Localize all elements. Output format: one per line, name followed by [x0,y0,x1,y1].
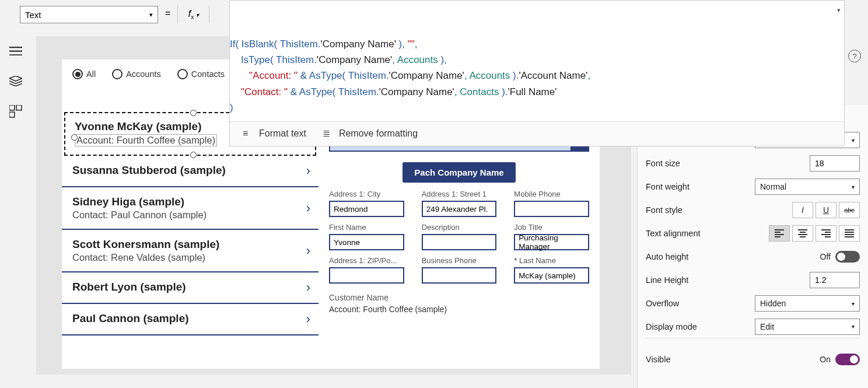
field-jobtitle: Job TitlePurchasing Manager [514,223,589,250]
hamburger-icon[interactable] [9,47,22,56]
svg-rect-0 [9,105,15,110]
left-rail [0,35,32,114]
chevron-down-icon: ▾ [196,12,199,18]
chevron-down-icon: ▾ [852,137,855,144]
field-description: Description [422,223,497,250]
svg-rect-1 [16,105,22,110]
chevron-right-icon[interactable]: › [306,280,310,295]
detail-form: Accounts Contacts Fourth Coffee (sample)… [318,111,600,369]
prop-align: Text alignment [646,222,860,245]
chevron-down-icon[interactable]: ▾ [837,5,841,15]
displaymode-dropdown[interactable]: Edit▾ [755,319,860,335]
grid-icon[interactable] [9,105,22,114]
prop-fontstyle: Font style I U abc [646,198,860,222]
prop-displaymode: Display mode Edit▾ [646,315,860,338]
chevron-right-icon[interactable]: › [306,243,310,258]
align-left-button[interactable] [769,225,790,242]
gallery-item[interactable]: Sidney Higa (sample) Contact: Paul Canno… [62,187,318,230]
property-dropdown-value: Text [25,10,41,20]
formula-text[interactable]: ▾ If( IsBlank( ThisItem.'Company Name' )… [230,1,844,121]
remove-format-icon: ≣ [323,128,333,139]
prop-overflow: Overflow Hidden▾ [646,292,860,315]
gallery-item-subtitle[interactable]: Account: Fourth Coffee (sample) [75,134,217,146]
underline-button[interactable]: U [816,202,836,218]
field-firstname: First NameYvonne [329,223,404,250]
prop-fontsize: Font size [646,152,860,175]
prop-visible: Visible On [646,348,860,371]
italic-button[interactable]: I [792,202,813,218]
align-right-button[interactable] [816,225,836,242]
gallery-item[interactable]: Scott Konersmann (sample) Contact: Rene … [62,230,318,272]
fontweight-dropdown[interactable]: Normal▾ [755,179,860,195]
gallery: Yvonne McKay (sample) Account: Fourth Co… [62,111,318,369]
strike-button[interactable]: abc [839,202,860,218]
field-city: Address 1: CityRedmond [329,190,404,217]
autoheight-toggle[interactable] [835,251,860,263]
format-icon: ≡ [243,128,253,139]
gallery-item[interactable]: Paul Cannon (sample) › [62,304,318,335]
chevron-right-icon[interactable]: › [306,312,310,327]
properties-panel: Text Account: Fourth Coffee (sample) Fon… [637,105,868,388]
remove-formatting-button[interactable]: ≣Remove formatting [323,128,418,139]
field-street: Address 1: Street 1249 Alexander Pl. [422,190,497,217]
field-businessphone: Business Phone [422,256,497,284]
field-lastname: Last NameMcKay (sample) [514,256,589,284]
visible-toggle[interactable] [835,354,860,365]
layers-icon[interactable] [9,76,22,85]
property-dropdown[interactable]: Text ▾ [20,6,158,23]
filter-contacts-radio[interactable]: Contacts [177,69,225,79]
prop-autoheight: Auto height Off [646,245,860,268]
help-icon[interactable]: ? [848,50,861,62]
patch-button[interactable]: Pach Company Name [402,162,515,183]
customer-name-display: Customer Name Account: Fourth Coffee (sa… [329,293,589,314]
chevron-down-icon: ▾ [852,323,855,330]
fontsize-input[interactable] [810,155,860,172]
filter-all-radio[interactable]: All [72,69,96,79]
align-center-button[interactable] [792,225,813,242]
equals-label: = [165,8,170,19]
overflow-dropdown[interactable]: Hidden▾ [755,295,860,312]
chevron-right-icon[interactable]: › [306,201,310,216]
chevron-down-icon: ▾ [149,11,153,19]
chevron-down-icon: ▾ [852,184,855,190]
field-zip: Address 1: ZIP/Po... [329,256,404,284]
gallery-item[interactable]: Susanna Stubberod (sample) › [62,156,318,187]
chevron-down-icon: ▾ [852,300,855,307]
lineheight-input[interactable] [810,272,860,288]
prop-lineheight: Line Height [646,268,860,292]
chevron-right-icon[interactable]: › [306,163,310,179]
formula-bar[interactable]: ▾ If( IsBlank( ThisItem.'Company Name' )… [229,0,845,146]
gallery-item[interactable]: Robert Lyon (sample) › [62,272,318,304]
format-text-button[interactable]: ≡Format text [243,128,306,139]
align-justify-button[interactable] [839,225,860,242]
fx-button[interactable]: fx▾ [177,6,209,23]
field-mobile: Mobile Phone [514,190,589,217]
prop-fontweight: Font weight Normal▾ [646,175,860,198]
filter-accounts-radio[interactable]: Accounts [112,69,161,79]
svg-rect-2 [9,112,15,117]
